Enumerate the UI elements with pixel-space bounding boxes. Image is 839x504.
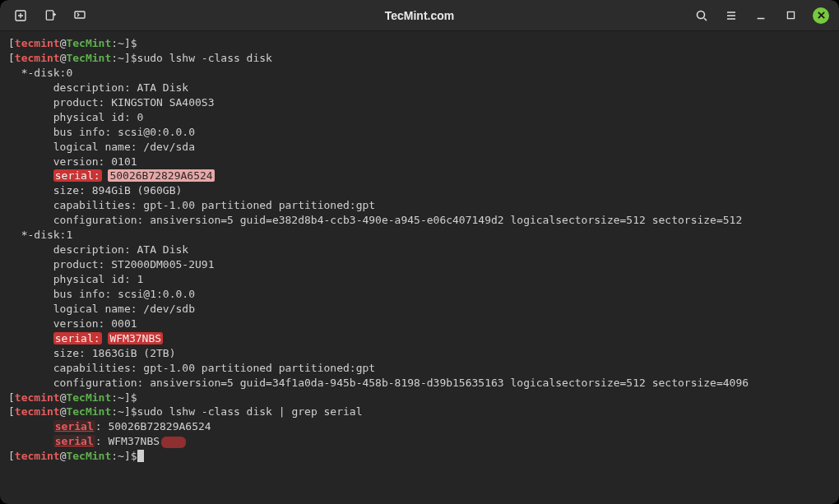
menu-icon[interactable] (724, 8, 739, 23)
output-line: *-disk:1 (8, 228, 831, 243)
output-line-serial: serial: 50026B72829A6524 (8, 169, 831, 183)
output-line: description: ATA Disk (8, 243, 831, 257)
new-window-button[interactable] (43, 8, 58, 23)
prompt-line: [tecmint@TecMint:~]$ (8, 391, 831, 405)
output-line: logical name: /dev/sdb (8, 302, 831, 317)
svg-line-8 (704, 18, 707, 21)
titlebar-right-controls (694, 7, 831, 24)
output-line: version: 0101 (8, 155, 831, 169)
output-line: bus info: scsi@0:0.0.0 (8, 125, 831, 140)
grep-output-line: serial: WFM37NBS (8, 434, 831, 449)
output-line: size: 894GiB (960GB) (8, 183, 831, 198)
output-line: *-disk:0 (8, 66, 831, 81)
prompt-line-active[interactable]: [tecmint@TecMint:~]$ (8, 449, 831, 464)
output-line: version: 0001 (8, 317, 831, 331)
prompt-line: [tecmint@TecMint:~]$ (8, 36, 831, 51)
grep-output-line: serial: 50026B72829A6524 (8, 419, 831, 434)
prompt-line: [tecmint@TecMint:~]$sudo lshw -class dis… (8, 405, 831, 419)
command-text: sudo lshw -class disk | grep serial (137, 405, 363, 418)
svg-rect-13 (787, 12, 794, 18)
prompt-line: [tecmint@TecMint:~]$sudo lshw -class dis… (8, 51, 831, 66)
window-title: TecMint.com (385, 9, 455, 22)
svg-rect-3 (46, 11, 53, 20)
close-button[interactable] (813, 7, 829, 24)
output-line: size: 1863GiB (2TB) (8, 346, 831, 361)
output-line: capabilities: gpt-1.00 partitioned parti… (8, 361, 831, 376)
output-line: physical id: 0 (8, 110, 831, 125)
highlight-smudge (161, 437, 186, 448)
minimize-button[interactable] (753, 8, 768, 23)
output-line: physical id: 1 (8, 272, 831, 287)
svg-point-7 (698, 11, 705, 18)
output-line: product: ST2000DM005-2U91 (8, 257, 831, 272)
command-text: sudo lshw -class disk (137, 52, 272, 64)
output-line: logical name: /dev/sda (8, 140, 831, 155)
output-line-serial: serial: WFM37NBS (8, 331, 831, 346)
terminal-output[interactable]: [tecmint@TecMint:~]$ [tecmint@TecMint:~]… (0, 31, 839, 504)
search-icon[interactable] (694, 8, 709, 23)
output-line: bus info: scsi@1:0.0.0 (8, 287, 831, 302)
titlebar-left-controls (8, 8, 87, 23)
output-line: capabilities: gpt-1.00 partitioned parti… (8, 198, 831, 213)
svg-rect-6 (75, 12, 85, 18)
broadcast-button[interactable] (72, 8, 87, 23)
terminal-cursor (137, 450, 144, 462)
output-line: configuration: ansiversion=5 guid=e382d8… (8, 213, 831, 228)
maximize-button[interactable] (783, 8, 798, 23)
output-line: product: KINGSTON SA400S3 (8, 95, 831, 110)
output-line: description: ATA Disk (8, 81, 831, 95)
output-line: configuration: ansiversion=5 guid=34f1a0… (8, 376, 831, 391)
new-tab-button[interactable] (13, 8, 28, 23)
window-titlebar: TecMint.com (0, 0, 839, 31)
